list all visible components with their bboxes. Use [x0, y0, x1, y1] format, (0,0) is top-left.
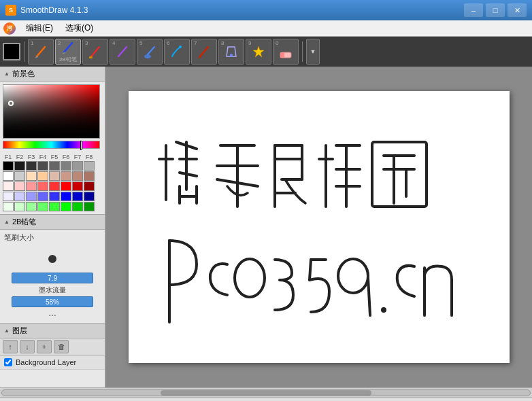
- layer-delete-button[interactable]: 🗑: [54, 340, 69, 353]
- swatch-9[interactable]: [26, 171, 37, 181]
- swatch-27[interactable]: [72, 192, 83, 201]
- menu-item-edit[interactable]: 编辑(E): [20, 21, 59, 35]
- swatch-35[interactable]: [84, 202, 95, 211]
- layer-down-button[interactable]: ↓: [20, 340, 35, 353]
- scrollbar-thumb[interactable]: [161, 390, 371, 396]
- swatch-26[interactable]: [49, 192, 60, 201]
- tool-10-number: 0: [276, 40, 278, 46]
- brush-arrow-icon: ▲: [4, 219, 10, 225]
- tool-5-number: 5: [139, 40, 142, 46]
- swatch-19[interactable]: [49, 181, 60, 191]
- menu-bar: 河 编辑(E) 选项(O): [0, 20, 532, 37]
- tool-eraser-icon: [278, 44, 293, 59]
- brush-section-header: ▲ 2B铅笔: [0, 215, 105, 230]
- hue-bar[interactable]: [3, 141, 100, 149]
- swatch-33[interactable]: [49, 202, 60, 211]
- layers-section-header: ▲ 图层: [0, 324, 105, 338]
- tool-7[interactable]: 7: [191, 39, 217, 65]
- tool-9[interactable]: 9: [246, 39, 271, 65]
- close-button[interactable]: ✕: [508, 3, 527, 17]
- swatch-24[interactable]: [26, 192, 37, 201]
- brush-controls: 笔刷大小 7.9 墨水流量 58% ···: [0, 230, 105, 323]
- swatch-row-1: [3, 161, 102, 171]
- maximize-button[interactable]: □: [486, 3, 505, 17]
- swatch-28[interactable]: [84, 192, 95, 201]
- swatch-14[interactable]: [84, 171, 95, 181]
- tool-4[interactable]: 4: [110, 39, 135, 65]
- horizontal-scrollbar[interactable]: [0, 387, 532, 397]
- layer-background[interactable]: Background Layer: [0, 355, 105, 370]
- swatch-12[interactable]: [61, 171, 71, 181]
- swatch-blue[interactable]: [61, 192, 71, 201]
- tool-3[interactable]: 3: [82, 39, 108, 65]
- swatch-25[interactable]: [37, 192, 48, 201]
- swatch-1[interactable]: [14, 161, 25, 171]
- tool-2b-pencil[interactable]: 2 2B铅笔: [55, 39, 81, 65]
- minimize-button[interactable]: –: [464, 3, 483, 17]
- brush-size-value[interactable]: 7.9: [12, 273, 93, 283]
- ink-flow-value: 58%: [46, 298, 59, 306]
- swatch-22[interactable]: [3, 192, 14, 201]
- swatch-row-3: [3, 181, 102, 191]
- tool-8[interactable]: 8: [218, 39, 244, 65]
- swatch-31[interactable]: [26, 202, 37, 211]
- swatch-18[interactable]: [37, 181, 48, 191]
- swatch-5[interactable]: [61, 161, 71, 171]
- swatch-2[interactable]: [26, 161, 37, 171]
- swatch-11[interactable]: [49, 171, 60, 181]
- svg-rect-42: [372, 142, 427, 207]
- drawing-canvas[interactable]: [129, 91, 510, 363]
- svg-line-50: [310, 260, 311, 280]
- tool-5[interactable]: 5: [137, 39, 163, 65]
- swatch-label-f3: F3: [26, 154, 37, 160]
- swatch-row-4: [3, 192, 102, 201]
- color-indicator[interactable]: [3, 43, 20, 60]
- swatch-17[interactable]: [26, 181, 37, 191]
- color-gradient[interactable]: [3, 84, 100, 139]
- swatch-3[interactable]: [37, 161, 48, 171]
- swatch-16[interactable]: [14, 181, 25, 191]
- swatch-white[interactable]: [3, 171, 14, 181]
- layer-visibility-checkbox[interactable]: [4, 358, 12, 366]
- tool-6[interactable]: 6: [164, 39, 190, 65]
- swatch-black[interactable]: [3, 161, 14, 171]
- tool-7-number: 7: [194, 40, 197, 46]
- swatch-6[interactable]: [72, 161, 83, 171]
- dropdown-arrow-icon: ▼: [310, 48, 316, 55]
- tool-eraser[interactable]: 0: [273, 39, 299, 65]
- tools-dropdown[interactable]: ▼: [306, 39, 320, 65]
- title-bar-left: S SmoothDraw 4.1.3: [5, 5, 88, 16]
- menu-item-options[interactable]: 选项(O): [60, 21, 99, 35]
- layers-toolbar: ↑ ↓ + 🗑: [0, 338, 105, 355]
- swatch-13[interactable]: [72, 171, 83, 181]
- swatch-10[interactable]: [37, 171, 48, 181]
- canvas-area: [105, 67, 532, 387]
- swatch-green[interactable]: [61, 202, 71, 211]
- swatch-7[interactable]: [84, 161, 95, 171]
- swatch-20[interactable]: [72, 181, 83, 191]
- svg-line-1: [35, 56, 38, 58]
- brush-more-options[interactable]: ···: [48, 309, 56, 320]
- swatch-29[interactable]: [3, 202, 14, 211]
- layer-up-button[interactable]: ↑: [3, 340, 18, 353]
- swatch-30[interactable]: [14, 202, 25, 211]
- status-bar: [0, 397, 532, 401]
- layer-add-button[interactable]: +: [37, 340, 52, 353]
- swatch-label-f1: F1: [3, 154, 14, 160]
- swatch-label-f8: F8: [84, 154, 95, 160]
- swatch-8[interactable]: [14, 171, 25, 181]
- swatch-4[interactable]: [49, 161, 60, 171]
- swatch-15[interactable]: [3, 181, 14, 191]
- swatch-32[interactable]: [37, 202, 48, 211]
- tool-1[interactable]: 1: [28, 39, 54, 65]
- ink-flow-bar[interactable]: 58%: [12, 296, 93, 307]
- tool-2-label: 2B铅笔: [59, 56, 77, 63]
- swatch-34[interactable]: [72, 202, 83, 211]
- scrollbar-track[interactable]: [1, 389, 531, 396]
- swatch-21[interactable]: [84, 181, 95, 191]
- swatch-23[interactable]: [14, 192, 25, 201]
- layers-section: ▲ 图层 ↑ ↓ + 🗑 Background Layer: [0, 323, 105, 387]
- svg-line-11: [200, 47, 208, 56]
- swatch-red[interactable]: [61, 181, 71, 191]
- swatch-label-f4: F4: [37, 154, 48, 160]
